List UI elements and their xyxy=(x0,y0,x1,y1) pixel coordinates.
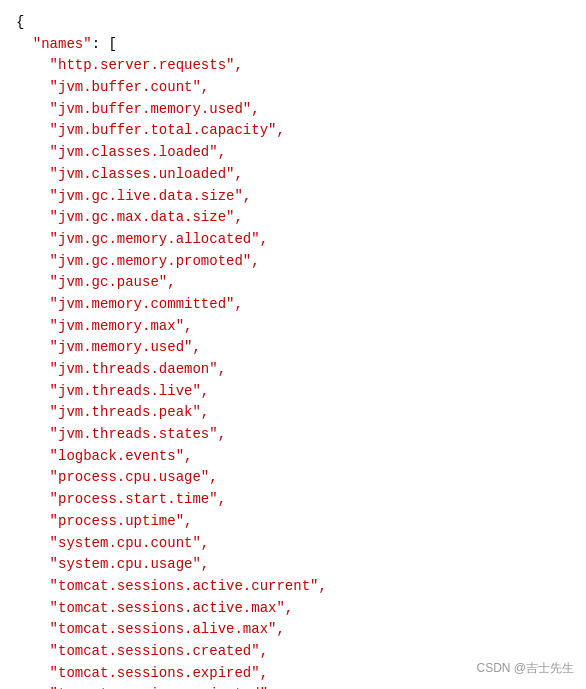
code-line: "tomcat.sessions.alive.max", xyxy=(16,619,570,641)
code-line: "jvm.memory.used", xyxy=(16,337,570,359)
code-line: "jvm.gc.live.data.size", xyxy=(16,186,570,208)
code-line: "jvm.classes.unloaded", xyxy=(16,164,570,186)
code-line: "jvm.threads.peak", xyxy=(16,402,570,424)
code-line: "system.cpu.usage", xyxy=(16,554,570,576)
code-viewer: { "names": [ "http.server.requests", "jv… xyxy=(0,0,586,689)
code-line: "jvm.buffer.total.capacity", xyxy=(16,120,570,142)
code-line: "jvm.gc.max.data.size", xyxy=(16,207,570,229)
code-line: "jvm.gc.pause", xyxy=(16,272,570,294)
code-line: "tomcat.sessions.active.max", xyxy=(16,598,570,620)
code-line: "process.uptime", xyxy=(16,511,570,533)
code-content: { "names": [ "http.server.requests", "jv… xyxy=(16,12,570,689)
code-line: "jvm.buffer.memory.used", xyxy=(16,99,570,121)
code-line: "jvm.gc.memory.allocated", xyxy=(16,229,570,251)
code-line: "jvm.gc.memory.promoted", xyxy=(16,251,570,273)
code-line: "names": [ xyxy=(16,34,570,56)
code-line: "process.cpu.usage", xyxy=(16,467,570,489)
code-line: "tomcat.sessions.rejected" xyxy=(16,684,570,689)
code-line: "jvm.memory.max", xyxy=(16,316,570,338)
code-line: "jvm.threads.states", xyxy=(16,424,570,446)
code-line: { xyxy=(16,12,570,34)
code-line: "tomcat.sessions.active.current", xyxy=(16,576,570,598)
code-line: "jvm.classes.loaded", xyxy=(16,142,570,164)
code-line: "jvm.threads.live", xyxy=(16,381,570,403)
code-line: "jvm.threads.daemon", xyxy=(16,359,570,381)
code-line: "http.server.requests", xyxy=(16,55,570,77)
code-line: "jvm.buffer.count", xyxy=(16,77,570,99)
code-line: "system.cpu.count", xyxy=(16,533,570,555)
watermark: CSDN @吉士先生 xyxy=(476,660,574,677)
code-line: "process.start.time", xyxy=(16,489,570,511)
code-line: "logback.events", xyxy=(16,446,570,468)
code-line: "jvm.memory.committed", xyxy=(16,294,570,316)
